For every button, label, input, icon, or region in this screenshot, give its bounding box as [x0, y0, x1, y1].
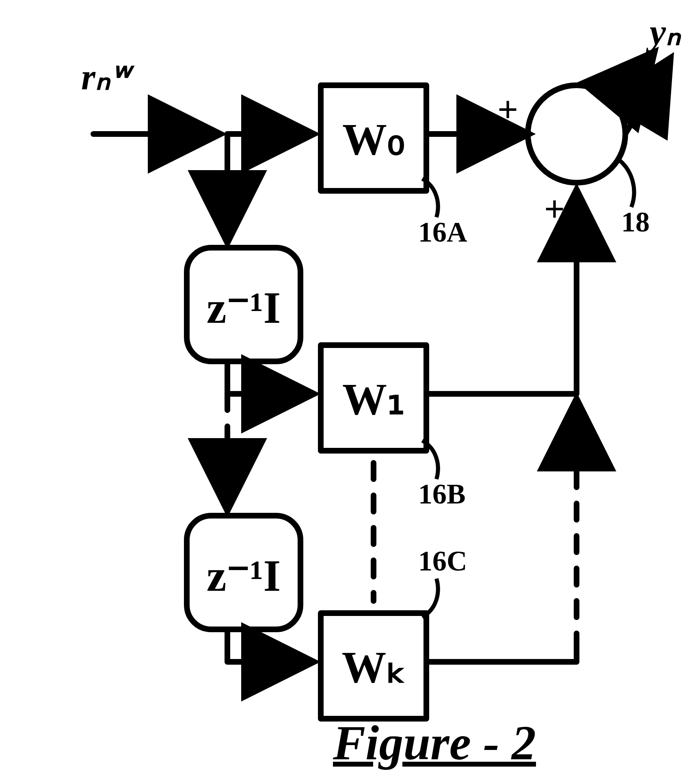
plus-bottom: +: [544, 189, 565, 229]
input-label: rₙʷ: [81, 57, 135, 97]
svg-point-14: [528, 85, 625, 183]
weight-w0-label: W₀: [342, 115, 405, 164]
ref-18: 18: [621, 206, 650, 238]
weight-wk-label: Wₖ: [342, 642, 406, 692]
ref-16b: 16B: [418, 478, 466, 510]
ref-16c: 16C: [418, 545, 467, 577]
output-label: yₙ: [646, 12, 682, 52]
svg-line-15: [625, 59, 670, 134]
delay-label-2: z⁻¹I: [207, 551, 281, 601]
plus-left: +: [497, 89, 518, 130]
ref-16a: 16A: [418, 216, 467, 248]
weight-w1-label: W₁: [342, 374, 405, 424]
figure-caption: Figure - 2: [333, 716, 536, 770]
block-diagram: rₙʷ yₙ z⁻¹I z⁻¹I W₀ W₁ Wₖ 16A 16B 16C 18…: [0, 0, 700, 780]
delay-label-1: z⁻¹I: [207, 283, 281, 333]
